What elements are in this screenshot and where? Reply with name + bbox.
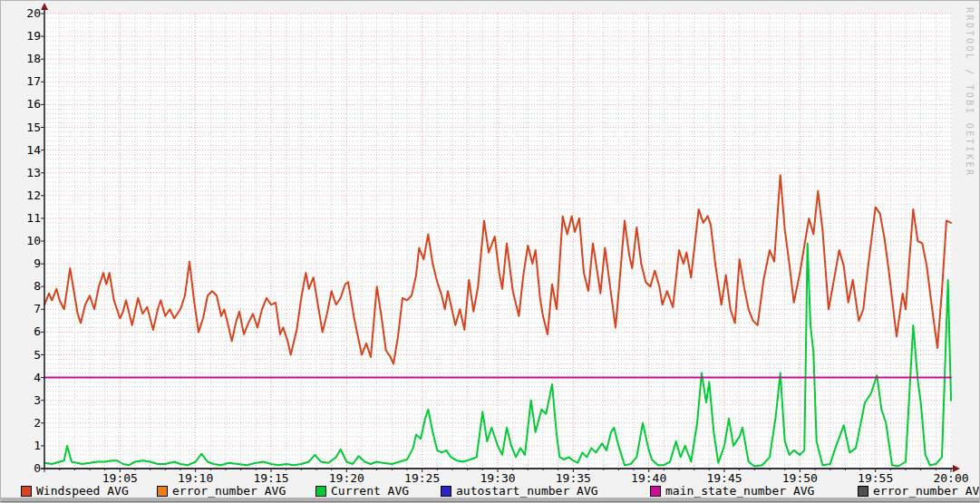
y-tick-label: 16 xyxy=(14,98,41,111)
y-tick-label: 5 xyxy=(14,349,41,362)
y-tick-label: 7 xyxy=(14,303,41,315)
legend-swatch-icon xyxy=(21,486,32,497)
legend-item: error_number AVG xyxy=(157,484,286,498)
legend-item: main_state_number AVG xyxy=(650,484,814,498)
legend-item: Windspeed AVG xyxy=(21,484,129,498)
rrdtool-graph: 0123456789101112131415161718192019:0519:… xyxy=(0,0,980,503)
x-tick-label: 19:15 xyxy=(249,472,293,485)
legend-label: main_state_number AVG xyxy=(665,484,814,498)
legend-item: autostart_number AVG xyxy=(441,484,598,498)
bottom-frame-band xyxy=(1,498,979,502)
legend-swatch-icon xyxy=(858,486,868,497)
legend-swatch-icon xyxy=(650,486,661,497)
legend-item: Current AVG xyxy=(315,484,409,498)
y-tick-label: 10 xyxy=(14,235,41,247)
legend-swatch-icon xyxy=(441,486,451,497)
legend-label: error_number AVG xyxy=(873,484,980,498)
x-tick-label: 19:25 xyxy=(401,472,444,485)
legend-label: error_number AVG xyxy=(172,484,286,498)
y-tick-label: 1 xyxy=(14,440,41,452)
y-tick-label: 2 xyxy=(14,417,41,430)
y-tick-label: 17 xyxy=(14,75,41,88)
y-tick-label: 14 xyxy=(14,144,41,157)
x-tick-label: 19:20 xyxy=(325,472,368,485)
x-tick-label: 20:00 xyxy=(929,472,973,485)
y-tick-label: 12 xyxy=(14,189,41,202)
x-tick-label: 19:45 xyxy=(703,472,746,485)
y-tick-label: 0 xyxy=(14,462,41,475)
rrdtool-watermark: RRDTOOL / TOBI OETIKER xyxy=(965,7,975,177)
x-tick-label: 19:35 xyxy=(551,472,595,485)
x-tick-label: 19:40 xyxy=(627,472,671,485)
y-tick-label: 3 xyxy=(14,394,41,407)
legend-swatch-icon xyxy=(315,486,326,497)
y-tick-label: 19 xyxy=(14,30,41,43)
y-tick-label: 8 xyxy=(14,280,41,293)
legend-label: autostart_number AVG xyxy=(456,484,598,498)
legend-item: error_number AVG xyxy=(858,484,980,498)
y-axis-arrow xyxy=(41,3,48,10)
x-tick-label: 19:55 xyxy=(854,472,898,485)
legend-swatch-icon xyxy=(157,486,168,497)
legend-label: Windspeed AVG xyxy=(36,484,129,498)
y-tick-label: 11 xyxy=(14,212,41,225)
y-tick-label: 18 xyxy=(14,53,41,65)
y-tick-label: 13 xyxy=(14,167,41,179)
y-tick-label: 20 xyxy=(14,7,41,20)
y-tick-label: 6 xyxy=(14,325,41,338)
x-tick-label: 19:50 xyxy=(778,472,821,485)
legend-label: Current AVG xyxy=(331,484,409,498)
x-tick-label: 19:10 xyxy=(174,472,218,485)
y-tick-label: 9 xyxy=(14,257,41,270)
x-tick-label: 19:05 xyxy=(98,472,141,485)
y-tick-label: 4 xyxy=(14,372,41,384)
x-tick-label: 19:30 xyxy=(476,472,519,485)
chart-canvas xyxy=(1,1,980,503)
y-tick-label: 15 xyxy=(14,121,41,134)
